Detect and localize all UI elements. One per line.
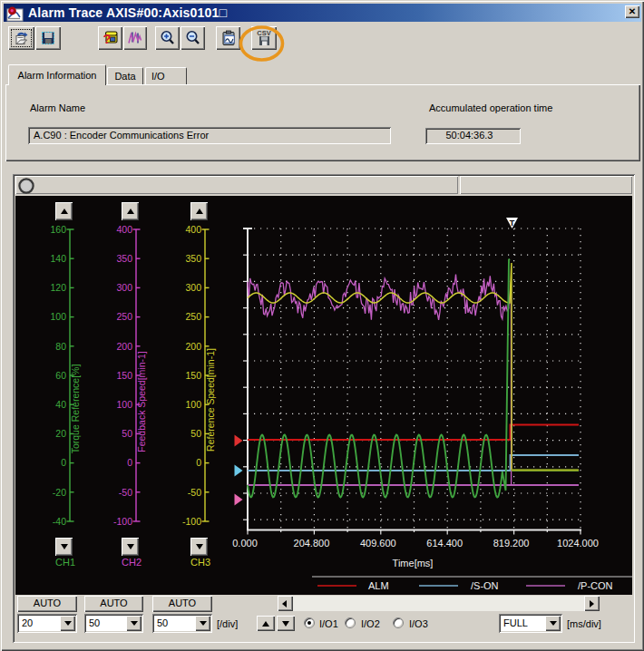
svg-text:/P-CON: /P-CON [578, 580, 613, 591]
svg-text:80: 80 [55, 341, 66, 352]
svg-text:100: 100 [185, 399, 201, 410]
svg-text:0.000: 0.000 [232, 538, 258, 549]
svg-text:250: 250 [116, 311, 132, 322]
svg-text:CH2: CH2 [122, 557, 141, 568]
svg-text:-100: -100 [182, 516, 201, 527]
svg-text:300: 300 [116, 282, 132, 293]
svg-text:0: 0 [127, 457, 132, 468]
svg-text:-100: -100 [113, 516, 132, 527]
svg-text:150: 150 [116, 370, 132, 381]
svg-text:200: 200 [116, 341, 132, 352]
svg-text:-50: -50 [119, 487, 132, 498]
svg-text:-50: -50 [188, 487, 201, 498]
svg-text:409.600: 409.600 [360, 538, 396, 549]
svg-text:350: 350 [185, 253, 201, 264]
svg-text:/S-ON: /S-ON [471, 580, 499, 591]
svg-text:819.200: 819.200 [493, 538, 530, 549]
svg-text:50: 50 [190, 428, 201, 439]
svg-text:250: 250 [185, 311, 201, 322]
svg-text:1024.000: 1024.000 [557, 538, 599, 549]
svg-text:60: 60 [55, 370, 66, 381]
svg-text:CH1: CH1 [55, 557, 75, 568]
svg-text:100: 100 [50, 311, 66, 322]
svg-text:Feedback Speed[min-1]: Feedback Speed[min-1] [136, 351, 147, 452]
svg-text:120: 120 [50, 282, 66, 293]
svg-text:0: 0 [196, 457, 201, 468]
svg-text:40: 40 [55, 399, 66, 410]
svg-text:-20: -20 [53, 487, 66, 498]
svg-text:-40: -40 [53, 516, 66, 527]
svg-text:614.400: 614.400 [426, 538, 463, 549]
svg-text:300: 300 [185, 282, 201, 293]
svg-text:200: 200 [185, 341, 201, 352]
svg-text:100: 100 [116, 399, 132, 410]
svg-text:140: 140 [50, 253, 66, 264]
svg-text:T: T [510, 219, 515, 228]
svg-text:0: 0 [61, 457, 66, 468]
svg-text:20: 20 [55, 428, 66, 439]
svg-text:Reference Speed[min-1]: Reference Speed[min-1] [205, 348, 216, 452]
svg-text:?: ? [102, 32, 111, 46]
svg-text:400: 400 [116, 224, 132, 235]
svg-text:400: 400 [185, 224, 201, 235]
svg-text:150: 150 [185, 370, 201, 381]
svg-text:Time[ms]: Time[ms] [393, 558, 434, 568]
svg-text:ALM: ALM [368, 580, 389, 591]
svg-text:Torque Reference[%]: Torque Reference[%] [70, 364, 81, 454]
svg-text:50: 50 [122, 428, 132, 439]
svg-text:204.800: 204.800 [294, 538, 330, 549]
svg-text:CH3: CH3 [190, 557, 210, 568]
svg-text:350: 350 [116, 253, 132, 264]
svg-text:160: 160 [50, 224, 66, 235]
